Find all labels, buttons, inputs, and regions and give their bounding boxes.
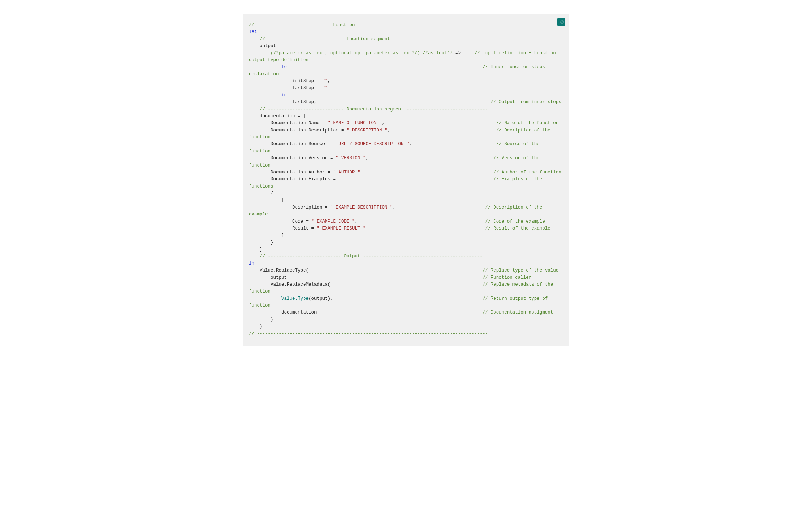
code-text: , [388,128,390,133]
code-text: lastStep, [249,100,317,105]
code-text: Documentation.Version = [249,156,336,161]
comment: // --------------------------- Output --… [249,254,482,259]
code-text: , [382,121,385,126]
code-text: Value.ReplaceMetadata( [249,282,330,287]
comment: // ---------------------------- Document… [249,107,488,112]
code-text: ] [249,247,263,252]
code-text: , [393,205,396,210]
string: " URL / SOURCE DESCRIPTION " [333,142,409,147]
code-text [249,64,281,70]
identifier: Value.Type [281,296,309,301]
code-text: Documentation.Name = [249,121,328,126]
comment: // Author of the function [493,170,561,175]
code-text: } [249,240,273,245]
pad [333,296,483,301]
pad [317,310,483,315]
code-text: , [409,142,412,147]
comment: // Result of the example [485,226,551,231]
pad [357,219,485,224]
code-text: , [328,79,331,84]
string: " AUTHOR " [333,170,360,175]
string: " EXAMPLE DESCRIPTION " [330,205,393,210]
code-text: Documentation.Source = [249,142,333,147]
code-text: , [366,156,369,161]
code-text: output, [249,275,290,280]
keyword-in: in [281,93,287,98]
pad [366,226,485,231]
pad [412,142,496,147]
code-text: [ [249,198,284,203]
pad [336,177,493,182]
svg-rect-1 [560,20,562,22]
pad [461,51,474,56]
code-text: Code = [249,219,311,224]
svg-rect-0 [561,21,563,23]
code-text: Value.ReplaceType( [249,268,309,273]
code-text: lastStep = [249,85,322,91]
code-text: Documentation.Examples = [249,177,336,182]
copy-icon [559,19,564,25]
code-text: Documentation.Author = [249,170,333,175]
comment: // Documentation assigment [482,310,553,315]
code-text: , [360,170,363,175]
code-text: (output), [309,296,333,301]
pad [309,268,482,273]
comment: // Output from inner steps [491,100,561,105]
comment: // -------------------------------------… [249,331,488,336]
code-text: Description = [249,205,330,210]
string: "" [322,85,328,91]
code-text: ] [249,233,284,238]
comment: // Name of the function [496,121,559,126]
code-text: ) [249,317,273,322]
pad [368,156,493,161]
string: " EXAMPLE RESULT " [317,226,366,231]
keyword-in: in [249,261,254,266]
keyword-let: let [249,29,257,34]
comment: // ---------------------------- Fucntion… [249,37,488,42]
code-text: initStep = [249,79,322,84]
string: " VERSION " [336,156,366,161]
comment: // Code of the example [485,219,545,224]
comment: // --------------------------- Function … [249,22,439,28]
code-text: { [249,191,273,196]
comment: // Replace type of the value [482,268,558,273]
code-text: Result = [249,226,317,231]
code-text: , [355,219,358,224]
code-block: // --------------------------- Function … [243,14,569,346]
pad [390,128,496,133]
pad [395,205,485,210]
code-text [249,51,271,56]
operator: => [453,51,461,56]
code-text: documentation = [ [249,114,306,119]
pad [290,64,483,70]
code-text [249,296,281,301]
keyword-let: let [281,64,290,70]
copy-button[interactable] [557,18,565,26]
string: "" [322,79,328,84]
string: " NAME OF FUNCTION " [328,121,382,126]
code-text [249,93,281,98]
pad [290,275,483,280]
comment: (/*parameter as text, optional opt_param… [271,51,453,56]
comment: // Function caller [482,275,531,280]
pad [363,170,493,175]
code-content: // --------------------------- Function … [249,22,563,337]
code-text: output = [249,43,281,49]
code-text: Documentation.Description = [249,128,347,133]
pad [385,121,496,126]
string: " DESCRIPTION " [347,128,388,133]
code-text: documentation [249,310,317,315]
pad [330,282,482,287]
string: " EXAMPLE CODE " [311,219,355,224]
code-text: ) [249,324,263,329]
pad [317,100,491,105]
